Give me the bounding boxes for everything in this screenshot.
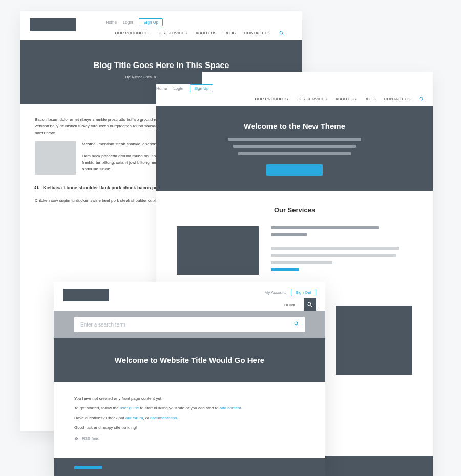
text-placeholder-line xyxy=(233,145,356,148)
link-placeholder[interactable] xyxy=(271,268,299,271)
search-input[interactable] xyxy=(79,321,294,328)
text-placeholder-line xyxy=(271,233,307,236)
rss-feed-link[interactable]: RSS feed xyxy=(74,436,305,441)
svg-point-2 xyxy=(420,97,423,100)
text-placeholder-line xyxy=(271,254,396,257)
text-placeholder-line xyxy=(271,261,332,264)
nav-home[interactable]: HOME xyxy=(277,300,304,309)
paragraph: Good luck and happy site building! xyxy=(74,425,305,430)
link-add-content[interactable]: add content xyxy=(220,406,241,410)
mockup-welcome-page: My Account Sign Out HOME Welcome xyxy=(54,282,325,476)
nav-about[interactable]: ABOUT US xyxy=(196,31,217,35)
image-placeholder xyxy=(35,141,76,175)
logo-placeholder xyxy=(156,72,202,84)
signout-button[interactable]: Sign Out xyxy=(291,289,316,296)
text-placeholder-line xyxy=(228,138,361,141)
link-user-guide[interactable]: user guide xyxy=(120,406,139,410)
nav-services[interactable]: OUR SERVICES xyxy=(296,97,327,101)
footer-band xyxy=(54,458,325,476)
text-placeholder-line xyxy=(271,247,399,250)
paragraph: To get started, follow the user guide to… xyxy=(74,406,305,410)
signup-button[interactable]: Sign Up xyxy=(190,84,213,92)
svg-point-8 xyxy=(75,440,75,440)
search-submit-icon[interactable] xyxy=(294,320,300,329)
svg-point-0 xyxy=(280,31,283,34)
nav-blog[interactable]: BLOG xyxy=(365,97,376,101)
search-icon[interactable] xyxy=(418,96,424,101)
nav-products[interactable]: OUR PRODUCTS xyxy=(115,31,149,35)
paragraph: Have questions? Check out our forum, or … xyxy=(74,416,305,420)
nav-about[interactable]: ABOUT US xyxy=(336,97,357,101)
link-placeholder[interactable] xyxy=(74,466,102,469)
logo-placeholder xyxy=(30,18,76,31)
svg-line-7 xyxy=(298,325,299,327)
nav-services[interactable]: OUR SERVICES xyxy=(156,31,187,35)
link-my-account[interactable]: My Account xyxy=(265,290,286,295)
link-home[interactable]: Home xyxy=(156,86,167,91)
cta-button[interactable] xyxy=(266,164,323,176)
text-placeholder-line xyxy=(238,152,351,155)
link-documentation[interactable]: documentation xyxy=(150,416,177,420)
svg-line-5 xyxy=(311,306,312,307)
search-icon[interactable] xyxy=(279,30,284,35)
nav-products[interactable]: OUR PRODUCTS xyxy=(255,97,288,101)
signup-button[interactable]: Sign Up xyxy=(139,18,162,26)
text-placeholder-line xyxy=(271,226,379,229)
link-login[interactable]: Login xyxy=(173,86,183,91)
search-icon[interactable] xyxy=(304,298,316,311)
link-forum[interactable]: our forum xyxy=(125,416,143,420)
nav-blog[interactable]: BLOG xyxy=(225,31,236,35)
logo-placeholder xyxy=(63,289,109,301)
image-placeholder xyxy=(336,306,412,375)
blog-title: Blog Title Goes Here In This Space xyxy=(31,61,292,70)
svg-line-1 xyxy=(283,34,284,36)
link-login[interactable]: Login xyxy=(123,20,133,25)
paragraph: You have not created any front page cont… xyxy=(74,396,305,401)
nav-contact[interactable]: CONTACT US xyxy=(244,31,270,35)
search-bar[interactable] xyxy=(74,317,305,332)
svg-point-6 xyxy=(295,322,298,325)
svg-line-3 xyxy=(423,100,424,102)
hero-title: Welcome to the New Theme xyxy=(187,122,402,131)
link-home[interactable]: Home xyxy=(106,20,117,25)
image-placeholder xyxy=(177,226,259,275)
hero-title: Welcome to Website Title Would Go Here xyxy=(64,356,315,364)
section-title: Our Services xyxy=(156,206,433,214)
nav-contact[interactable]: CONTACT US xyxy=(384,97,410,101)
svg-point-4 xyxy=(308,302,311,306)
